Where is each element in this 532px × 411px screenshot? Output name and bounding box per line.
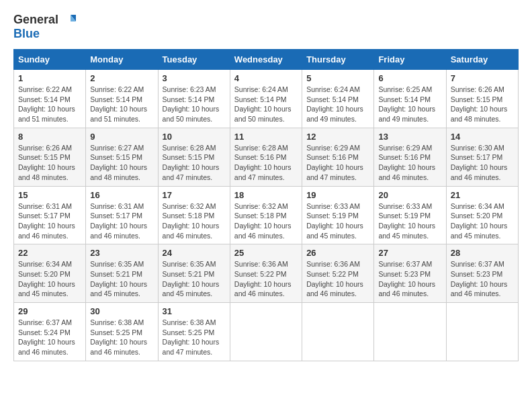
calendar-cell: 16Sunrise: 6:31 AMSunset: 5:17 PMDayligh… xyxy=(86,186,158,244)
page-container: General Blue SundayMondayTuesdayWednesda… xyxy=(0,0,532,368)
day-info: Sunrise: 6:28 AMSunset: 5:15 PMDaylight:… xyxy=(163,143,226,183)
calendar-cell: 4Sunrise: 6:24 AMSunset: 5:14 PMDaylight… xyxy=(230,70,302,128)
calendar-cell: 28Sunrise: 6:37 AMSunset: 5:23 PMDayligh… xyxy=(446,244,518,303)
day-info: Sunrise: 6:24 AMSunset: 5:14 PMDaylight:… xyxy=(306,85,369,124)
day-info: Sunrise: 6:35 AMSunset: 5:21 PMDaylight:… xyxy=(90,259,153,299)
calendar-cell xyxy=(446,303,518,361)
day-info: Sunrise: 6:22 AMSunset: 5:14 PMDaylight:… xyxy=(18,85,81,124)
calendar-cell: 30Sunrise: 6:38 AMSunset: 5:25 PMDayligh… xyxy=(86,303,158,361)
day-number: 9 xyxy=(90,132,153,142)
calendar-week-1: 1Sunrise: 6:22 AMSunset: 5:14 PMDaylight… xyxy=(14,70,519,128)
day-info: Sunrise: 6:29 AMSunset: 5:16 PMDaylight:… xyxy=(306,143,369,183)
day-number: 17 xyxy=(163,190,226,200)
logo: General Blue xyxy=(13,12,76,41)
logo-blue-text: Blue xyxy=(13,27,40,41)
day-info: Sunrise: 6:36 AMSunset: 5:22 PMDaylight:… xyxy=(306,259,369,299)
day-info: Sunrise: 6:31 AMSunset: 5:17 PMDaylight:… xyxy=(90,201,153,241)
day-number: 21 xyxy=(451,190,514,200)
day-number: 24 xyxy=(163,248,226,258)
calendar-week-3: 15Sunrise: 6:31 AMSunset: 5:17 PMDayligh… xyxy=(14,186,519,244)
calendar-cell: 31Sunrise: 6:38 AMSunset: 5:25 PMDayligh… xyxy=(158,303,230,361)
calendar-week-2: 8Sunrise: 6:26 AMSunset: 5:15 PMDaylight… xyxy=(14,128,519,186)
day-number: 2 xyxy=(90,73,153,83)
weekday-header-wednesday: Wednesday xyxy=(230,50,302,70)
day-info: Sunrise: 6:24 AMSunset: 5:14 PMDaylight:… xyxy=(234,85,298,124)
day-number: 5 xyxy=(306,73,369,83)
calendar-cell: 9Sunrise: 6:27 AMSunset: 5:15 PMDaylight… xyxy=(86,128,158,186)
day-info: Sunrise: 6:33 AMSunset: 5:19 PMDaylight:… xyxy=(306,201,369,241)
day-number: 3 xyxy=(163,73,226,83)
calendar-table: SundayMondayTuesdayWednesdayThursdayFrid… xyxy=(13,49,519,361)
calendar-cell: 10Sunrise: 6:28 AMSunset: 5:15 PMDayligh… xyxy=(158,128,230,186)
day-info: Sunrise: 6:36 AMSunset: 5:22 PMDaylight:… xyxy=(234,259,298,299)
day-number: 10 xyxy=(163,132,226,142)
calendar-cell: 25Sunrise: 6:36 AMSunset: 5:22 PMDayligh… xyxy=(230,244,302,303)
day-number: 13 xyxy=(378,132,441,142)
day-info: Sunrise: 6:28 AMSunset: 5:16 PMDaylight:… xyxy=(234,143,298,183)
day-number: 27 xyxy=(378,248,441,258)
calendar-cell: 27Sunrise: 6:37 AMSunset: 5:23 PMDayligh… xyxy=(374,244,446,303)
logo-icon xyxy=(61,12,76,27)
weekday-header-tuesday: Tuesday xyxy=(158,50,230,70)
calendar-week-4: 22Sunrise: 6:34 AMSunset: 5:20 PMDayligh… xyxy=(14,244,519,303)
day-info: Sunrise: 6:38 AMSunset: 5:25 PMDaylight:… xyxy=(90,318,153,357)
calendar-cell: 5Sunrise: 6:24 AMSunset: 5:14 PMDaylight… xyxy=(302,70,374,128)
calendar-cell: 6Sunrise: 6:25 AMSunset: 5:14 PMDaylight… xyxy=(374,70,446,128)
calendar-cell: 24Sunrise: 6:35 AMSunset: 5:21 PMDayligh… xyxy=(158,244,230,303)
weekday-header-saturday: Saturday xyxy=(446,50,518,70)
calendar-cell: 17Sunrise: 6:32 AMSunset: 5:18 PMDayligh… xyxy=(158,186,230,244)
day-number: 8 xyxy=(18,132,81,142)
calendar-cell: 14Sunrise: 6:30 AMSunset: 5:17 PMDayligh… xyxy=(446,128,518,186)
day-info: Sunrise: 6:23 AMSunset: 5:14 PMDaylight:… xyxy=(163,85,226,124)
weekday-header-thursday: Thursday xyxy=(302,50,374,70)
day-info: Sunrise: 6:25 AMSunset: 5:14 PMDaylight:… xyxy=(378,85,441,124)
day-number: 29 xyxy=(18,306,81,316)
weekday-header-friday: Friday xyxy=(374,50,446,70)
day-info: Sunrise: 6:26 AMSunset: 5:15 PMDaylight:… xyxy=(451,85,514,124)
day-number: 16 xyxy=(90,190,153,200)
day-number: 19 xyxy=(306,190,369,200)
day-number: 20 xyxy=(378,190,441,200)
calendar-cell: 21Sunrise: 6:34 AMSunset: 5:20 PMDayligh… xyxy=(446,186,518,244)
day-number: 6 xyxy=(378,73,441,83)
calendar-week-5: 29Sunrise: 6:37 AMSunset: 5:24 PMDayligh… xyxy=(14,303,519,361)
calendar-cell: 18Sunrise: 6:32 AMSunset: 5:18 PMDayligh… xyxy=(230,186,302,244)
day-number: 1 xyxy=(18,73,81,83)
day-info: Sunrise: 6:34 AMSunset: 5:20 PMDaylight:… xyxy=(18,259,81,299)
calendar-cell: 20Sunrise: 6:33 AMSunset: 5:19 PMDayligh… xyxy=(374,186,446,244)
day-number: 25 xyxy=(234,248,298,258)
day-info: Sunrise: 6:38 AMSunset: 5:25 PMDaylight:… xyxy=(163,318,226,357)
day-number: 15 xyxy=(18,190,81,200)
day-info: Sunrise: 6:37 AMSunset: 5:24 PMDaylight:… xyxy=(18,318,81,357)
day-number: 28 xyxy=(451,248,514,258)
calendar-cell: 7Sunrise: 6:26 AMSunset: 5:15 PMDaylight… xyxy=(446,70,518,128)
calendar-cell: 13Sunrise: 6:29 AMSunset: 5:16 PMDayligh… xyxy=(374,128,446,186)
weekday-header-sunday: Sunday xyxy=(14,50,86,70)
calendar-cell: 8Sunrise: 6:26 AMSunset: 5:15 PMDaylight… xyxy=(14,128,86,186)
day-number: 31 xyxy=(163,306,226,316)
day-number: 18 xyxy=(234,190,298,200)
calendar-cell xyxy=(302,303,374,361)
calendar-cell: 3Sunrise: 6:23 AMSunset: 5:14 PMDaylight… xyxy=(158,70,230,128)
weekday-header-row: SundayMondayTuesdayWednesdayThursdayFrid… xyxy=(14,50,519,70)
calendar-cell: 11Sunrise: 6:28 AMSunset: 5:16 PMDayligh… xyxy=(230,128,302,186)
calendar-cell xyxy=(230,303,302,361)
day-info: Sunrise: 6:33 AMSunset: 5:19 PMDaylight:… xyxy=(378,201,441,241)
day-number: 7 xyxy=(451,73,514,83)
day-info: Sunrise: 6:32 AMSunset: 5:18 PMDaylight:… xyxy=(163,201,226,241)
day-info: Sunrise: 6:32 AMSunset: 5:18 PMDaylight:… xyxy=(234,201,298,241)
day-number: 11 xyxy=(234,132,298,142)
calendar-cell: 23Sunrise: 6:35 AMSunset: 5:21 PMDayligh… xyxy=(86,244,158,303)
day-info: Sunrise: 6:29 AMSunset: 5:16 PMDaylight:… xyxy=(378,143,441,183)
day-info: Sunrise: 6:37 AMSunset: 5:23 PMDaylight:… xyxy=(378,259,441,299)
calendar-cell: 26Sunrise: 6:36 AMSunset: 5:22 PMDayligh… xyxy=(302,244,374,303)
header: General Blue xyxy=(13,12,519,41)
day-info: Sunrise: 6:30 AMSunset: 5:17 PMDaylight:… xyxy=(451,143,514,183)
weekday-header-monday: Monday xyxy=(86,50,158,70)
day-info: Sunrise: 6:27 AMSunset: 5:15 PMDaylight:… xyxy=(90,143,153,183)
day-number: 12 xyxy=(306,132,369,142)
calendar-cell xyxy=(374,303,446,361)
calendar-cell: 22Sunrise: 6:34 AMSunset: 5:20 PMDayligh… xyxy=(14,244,86,303)
day-info: Sunrise: 6:37 AMSunset: 5:23 PMDaylight:… xyxy=(451,259,514,299)
calendar-cell: 12Sunrise: 6:29 AMSunset: 5:16 PMDayligh… xyxy=(302,128,374,186)
